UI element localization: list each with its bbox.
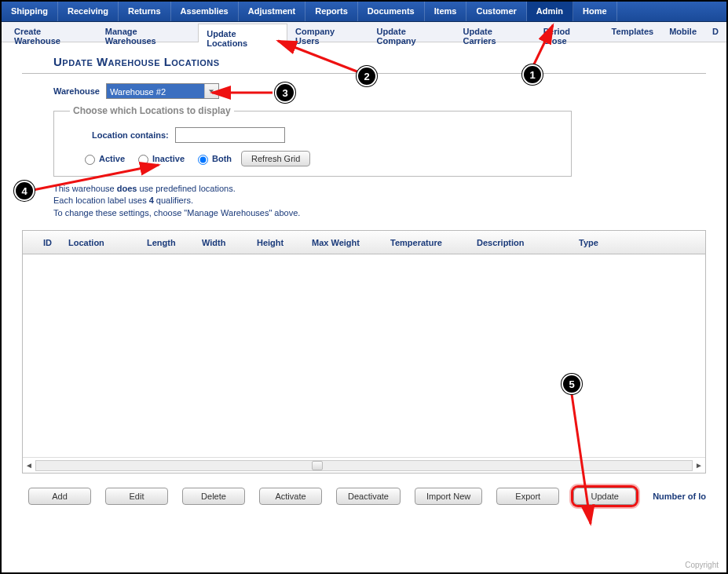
delete-button[interactable]: Delete [182,488,245,505]
nav-customer[interactable]: Customer [466,2,526,21]
info-text: This warehouse [53,184,117,193]
radio-inactive-label[interactable]: Inactive [134,152,185,165]
subnav-update-carriers[interactable]: Update Carriers [455,22,536,42]
radio-both[interactable] [198,155,208,165]
nav-home[interactable]: Home [573,2,617,21]
nav-assemblies[interactable]: Assemblies [171,2,239,21]
nav-admin[interactable]: Admin [527,2,573,21]
col-description[interactable]: Description [470,233,573,252]
deactivate-button[interactable]: Deactivate [336,488,401,505]
info-text: Each location label uses [53,196,149,205]
info-text: To change these settings, choose "Manage… [53,207,706,219]
export-button[interactable]: Export [496,488,559,505]
nav-returns[interactable]: Returns [119,2,171,21]
page-title: Update Warehouse Locations [22,52,706,74]
subnav-mobile[interactable]: Mobile [661,22,704,42]
col-id[interactable]: ID [23,233,62,252]
scroll-track[interactable] [35,460,693,471]
chevron-down-icon[interactable] [204,84,218,98]
horizontal-scrollbar[interactable]: ◄ ► [23,457,705,473]
filters-fieldset: Choose which Locations to display Locati… [53,105,572,177]
radio-both-label[interactable]: Both [194,152,232,165]
action-bar: Add Edit Delete Activate Deactivate Impo… [22,473,706,505]
location-contains-label: Location contains: [92,130,169,140]
add-button[interactable]: Add [28,488,91,505]
subnav-templates[interactable]: Templates [604,22,662,42]
col-max-weight[interactable]: Max Weight [305,233,384,252]
subnav-company-users[interactable]: Company Users [287,22,368,42]
nav-documents[interactable]: Documents [358,2,425,21]
subnav-create-warehouse[interactable]: Create Warehouse [6,22,97,42]
col-width[interactable]: Width [196,233,251,252]
subnav-update-company[interactable]: Update Company [368,22,455,42]
location-contains-input[interactable] [175,127,285,143]
sub-nav: Create Warehouse Manage Warehouses Updat… [2,22,726,42]
top-nav: Shipping Receiving Returns Assemblies Ad… [2,2,726,22]
radio-active-text: Active [99,154,125,163]
grid-header: ID Location Length Width Height Max Weig… [23,231,705,254]
info-bold: does [117,184,137,193]
nav-reports[interactable]: Reports [305,2,358,21]
filters-legend: Choose which Locations to display [70,105,234,116]
info-text: use predefined locations. [137,184,235,193]
scroll-right-icon[interactable]: ► [693,461,705,470]
nav-receiving[interactable]: Receiving [58,2,119,21]
radio-active-label[interactable]: Active [81,152,125,165]
col-height[interactable]: Height [251,233,305,252]
radio-inactive[interactable] [138,155,148,165]
radio-both-text: Both [212,154,232,163]
col-location[interactable]: Location [62,233,141,252]
subnav-period-close[interactable]: Period Close [536,22,604,42]
import-new-button[interactable]: Import New [415,488,482,505]
info-text: qualifiers. [154,196,193,205]
nav-items[interactable]: Items [425,2,467,21]
nav-adjustment[interactable]: Adjustment [239,2,306,21]
col-type[interactable]: Type [573,233,635,252]
col-temperature[interactable]: Temperature [384,233,470,252]
activate-button[interactable]: Activate [259,488,322,505]
update-button[interactable]: Update [573,488,636,505]
number-of-locations-label: Number of lo [653,492,706,501]
locations-grid: ID Location Length Width Height Max Weig… [22,230,706,473]
radio-active[interactable] [85,155,95,165]
grid-body[interactable] [23,254,705,457]
warehouse-selected-value: Warehouse #2 [107,84,204,98]
subnav-update-locations[interactable]: Update Locations [198,24,287,42]
warehouse-label: Warehouse [53,86,100,96]
subnav-manage-warehouses[interactable]: Manage Warehouses [97,22,199,42]
refresh-grid-button[interactable]: Refresh Grid [241,151,310,166]
footer-copyright: Copyright [685,561,719,569]
info-block: This warehouse does use predefined locat… [22,183,706,219]
scroll-left-icon[interactable]: ◄ [23,461,35,470]
col-length[interactable]: Length [141,233,196,252]
nav-shipping[interactable]: Shipping [2,2,58,21]
scroll-thumb[interactable] [312,461,323,470]
warehouse-select[interactable]: Warehouse #2 [106,83,219,99]
edit-button[interactable]: Edit [105,488,168,505]
subnav-truncated[interactable]: D [704,22,726,42]
radio-inactive-text: Inactive [152,154,185,163]
